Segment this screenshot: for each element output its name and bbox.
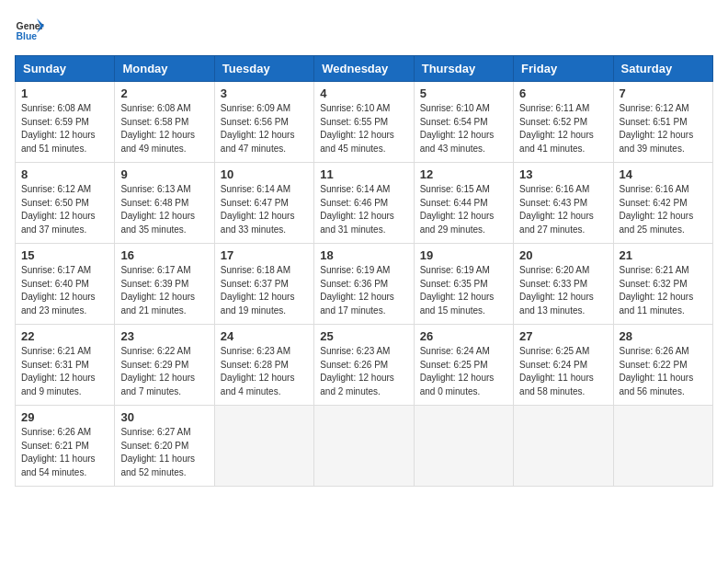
calendar-cell: 30 Sunrise: 6:27 AM Sunset: 6:20 PM Dayl… bbox=[115, 406, 214, 487]
sunrise-label: Sunrise: 6:17 AM bbox=[120, 265, 190, 275]
sunrise-label: Sunrise: 6:23 AM bbox=[320, 346, 390, 356]
daylight-label: Daylight: 12 hours bbox=[120, 211, 195, 221]
calendar-cell bbox=[214, 406, 313, 487]
day-number: 30 bbox=[120, 410, 208, 424]
daylight-mins: and 15 minutes. bbox=[420, 305, 485, 316]
daylight-mins: and 45 minutes. bbox=[320, 144, 385, 154]
daylight-mins: and 25 minutes. bbox=[620, 224, 685, 235]
day-info: Sunrise: 6:09 AM Sunset: 6:56 PM Dayligh… bbox=[221, 102, 308, 155]
day-number: 23 bbox=[120, 329, 208, 343]
day-header-wednesday: Wednesday bbox=[314, 56, 414, 82]
day-info: Sunrise: 6:10 AM Sunset: 6:55 PM Dayligh… bbox=[320, 102, 407, 155]
daylight-mins: and 2 minutes. bbox=[320, 386, 381, 396]
calendar-cell: 15 Sunrise: 6:17 AM Sunset: 6:40 PM Dayl… bbox=[16, 244, 115, 325]
daylight-mins: and 19 minutes. bbox=[221, 305, 286, 316]
daylight-mins: and 33 minutes. bbox=[221, 224, 286, 235]
calendar-week-5: 29 Sunrise: 6:26 AM Sunset: 6:21 PM Dayl… bbox=[16, 406, 713, 487]
day-info: Sunrise: 6:25 AM Sunset: 6:24 PM Dayligh… bbox=[519, 345, 607, 398]
day-info: Sunrise: 6:21 AM Sunset: 6:31 PM Dayligh… bbox=[21, 345, 108, 398]
day-header-sunday: Sunday bbox=[16, 56, 115, 82]
sunrise-label: Sunrise: 6:20 AM bbox=[519, 265, 589, 275]
sunset-label: Sunset: 6:51 PM bbox=[620, 117, 688, 127]
daylight-label: Daylight: 12 hours bbox=[420, 211, 495, 221]
daylight-mins: and 58 minutes. bbox=[519, 386, 585, 396]
daylight-label: Daylight: 12 hours bbox=[320, 130, 394, 140]
day-info: Sunrise: 6:14 AM Sunset: 6:47 PM Dayligh… bbox=[221, 183, 308, 236]
day-number: 29 bbox=[21, 410, 108, 424]
daylight-label: Daylight: 12 hours bbox=[120, 373, 195, 383]
sunrise-label: Sunrise: 6:12 AM bbox=[21, 184, 91, 194]
sunrise-label: Sunrise: 6:08 AM bbox=[120, 103, 190, 113]
daylight-label: Daylight: 12 hours bbox=[221, 130, 295, 140]
daylight-label: Daylight: 11 hours bbox=[519, 373, 594, 383]
sunrise-label: Sunrise: 6:14 AM bbox=[221, 184, 290, 194]
day-info: Sunrise: 6:26 AM Sunset: 6:22 PM Dayligh… bbox=[620, 345, 707, 398]
sunset-label: Sunset: 6:35 PM bbox=[420, 279, 488, 289]
calendar-cell: 12 Sunrise: 6:15 AM Sunset: 6:44 PM Dayl… bbox=[414, 163, 513, 244]
day-number: 20 bbox=[519, 248, 607, 262]
day-info: Sunrise: 6:13 AM Sunset: 6:48 PM Dayligh… bbox=[120, 183, 208, 236]
daylight-mins: and 31 minutes. bbox=[320, 224, 385, 235]
day-number: 2 bbox=[120, 86, 208, 100]
day-number: 8 bbox=[21, 167, 108, 181]
day-info: Sunrise: 6:12 AM Sunset: 6:50 PM Dayligh… bbox=[21, 183, 108, 236]
daylight-mins: and 13 minutes. bbox=[519, 305, 585, 316]
sunrise-label: Sunrise: 6:21 AM bbox=[21, 346, 91, 356]
day-info: Sunrise: 6:08 AM Sunset: 6:58 PM Dayligh… bbox=[120, 102, 208, 155]
sunset-label: Sunset: 6:20 PM bbox=[120, 441, 188, 451]
sunrise-label: Sunrise: 6:16 AM bbox=[519, 184, 589, 194]
day-number: 17 bbox=[221, 248, 308, 262]
sunset-label: Sunset: 6:56 PM bbox=[221, 117, 289, 127]
day-header-saturday: Saturday bbox=[613, 56, 712, 82]
daylight-mins: and 43 minutes. bbox=[420, 144, 485, 154]
day-info: Sunrise: 6:19 AM Sunset: 6:35 PM Dayligh… bbox=[420, 264, 507, 317]
daylight-mins: and 35 minutes. bbox=[120, 224, 186, 235]
day-number: 6 bbox=[519, 86, 607, 100]
day-number: 13 bbox=[519, 167, 607, 181]
sunset-label: Sunset: 6:33 PM bbox=[519, 279, 587, 289]
daylight-label: Daylight: 12 hours bbox=[519, 292, 594, 302]
sunset-label: Sunset: 6:52 PM bbox=[519, 117, 587, 127]
day-header-friday: Friday bbox=[514, 56, 613, 82]
sunrise-label: Sunrise: 6:15 AM bbox=[420, 184, 490, 194]
sunset-label: Sunset: 6:26 PM bbox=[320, 360, 388, 370]
logo: General Blue bbox=[15, 15, 44, 44]
calendar-cell: 3 Sunrise: 6:09 AM Sunset: 6:56 PM Dayli… bbox=[214, 82, 313, 163]
day-number: 19 bbox=[420, 248, 507, 262]
calendar-header-row: SundayMondayTuesdayWednesdayThursdayFrid… bbox=[16, 56, 713, 82]
calendar-cell: 17 Sunrise: 6:18 AM Sunset: 6:37 PM Dayl… bbox=[214, 244, 313, 325]
day-number: 28 bbox=[620, 329, 707, 343]
sunset-label: Sunset: 6:29 PM bbox=[120, 360, 188, 370]
daylight-label: Daylight: 12 hours bbox=[519, 130, 594, 140]
day-number: 15 bbox=[21, 248, 108, 262]
sunset-label: Sunset: 6:36 PM bbox=[320, 279, 388, 289]
calendar-cell: 11 Sunrise: 6:14 AM Sunset: 6:46 PM Dayl… bbox=[314, 163, 414, 244]
daylight-mins: and 29 minutes. bbox=[420, 224, 485, 235]
daylight-mins: and 21 minutes. bbox=[120, 305, 186, 316]
sunrise-label: Sunrise: 6:14 AM bbox=[320, 184, 390, 194]
sunrise-label: Sunrise: 6:27 AM bbox=[120, 427, 190, 437]
daylight-mins: and 0 minutes. bbox=[420, 386, 481, 396]
sunrise-label: Sunrise: 6:26 AM bbox=[620, 346, 689, 356]
calendar-week-3: 15 Sunrise: 6:17 AM Sunset: 6:40 PM Dayl… bbox=[16, 244, 713, 325]
sunrise-label: Sunrise: 6:19 AM bbox=[420, 265, 490, 275]
daylight-label: Daylight: 12 hours bbox=[620, 130, 694, 140]
sunrise-label: Sunrise: 6:16 AM bbox=[620, 184, 689, 194]
sunset-label: Sunset: 6:42 PM bbox=[620, 198, 688, 208]
calendar-cell bbox=[414, 406, 513, 487]
daylight-mins: and 41 minutes. bbox=[519, 144, 585, 154]
day-info: Sunrise: 6:17 AM Sunset: 6:40 PM Dayligh… bbox=[21, 264, 108, 317]
day-number: 24 bbox=[221, 329, 308, 343]
daylight-mins: and 56 minutes. bbox=[620, 386, 685, 396]
day-info: Sunrise: 6:26 AM Sunset: 6:21 PM Dayligh… bbox=[21, 426, 108, 479]
sunrise-label: Sunrise: 6:24 AM bbox=[420, 346, 490, 356]
sunrise-label: Sunrise: 6:09 AM bbox=[221, 103, 290, 113]
sunrise-label: Sunrise: 6:21 AM bbox=[620, 265, 689, 275]
day-info: Sunrise: 6:19 AM Sunset: 6:36 PM Dayligh… bbox=[320, 264, 407, 317]
sunset-label: Sunset: 6:31 PM bbox=[21, 360, 89, 370]
sunset-label: Sunset: 6:47 PM bbox=[221, 198, 289, 208]
calendar-cell: 2 Sunrise: 6:08 AM Sunset: 6:58 PM Dayli… bbox=[115, 82, 214, 163]
daylight-mins: and 52 minutes. bbox=[120, 467, 186, 477]
daylight-label: Daylight: 12 hours bbox=[21, 211, 96, 221]
day-number: 22 bbox=[21, 329, 108, 343]
